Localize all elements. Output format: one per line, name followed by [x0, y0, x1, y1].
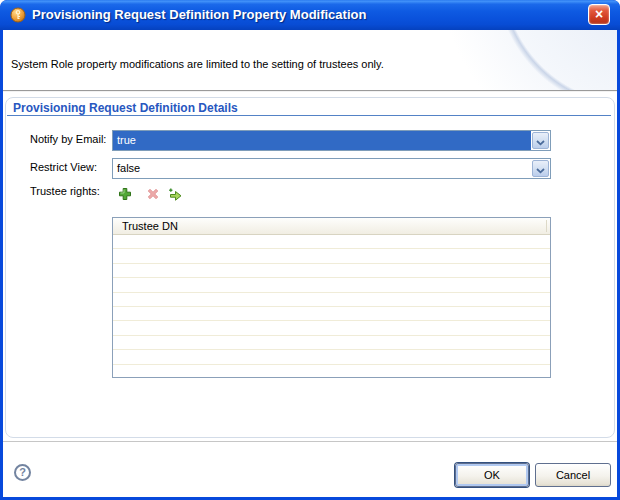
- add-trustee-button[interactable]: [117, 186, 133, 202]
- table-row[interactable]: [113, 293, 550, 307]
- ok-button[interactable]: OK: [455, 463, 529, 487]
- restrict-view-label: Restrict View:: [30, 161, 97, 173]
- table-row[interactable]: [113, 307, 550, 321]
- notify-combo-dropdown-button[interactable]: [532, 132, 549, 149]
- table-row[interactable]: [113, 336, 550, 350]
- table-row[interactable]: [113, 249, 550, 263]
- notify-by-email-label: Notify by Email:: [30, 133, 106, 145]
- delete-trustee-button[interactable]: [145, 186, 161, 202]
- close-icon: ×: [595, 6, 603, 22]
- table-row[interactable]: [113, 264, 550, 278]
- message-banner: System Role property modifications are l…: [3, 30, 617, 90]
- trustee-rights-label: Trustee rights:: [30, 185, 100, 197]
- plus-icon: [117, 188, 133, 205]
- restrict-view-value: false: [113, 159, 531, 178]
- trustee-table-body: [113, 235, 550, 378]
- banner-message: System Role property modifications are l…: [11, 58, 384, 70]
- chevron-down-icon: [536, 132, 545, 150]
- dialog-window: Provisioning Request Definition Property…: [0, 0, 620, 500]
- question-mark-icon: ?: [19, 466, 26, 478]
- window-title: Provisioning Request Definition Property…: [32, 7, 366, 22]
- notify-by-email-combobox[interactable]: true: [112, 130, 551, 151]
- banner-separator-highlight: [3, 91, 617, 92]
- cancel-button[interactable]: Cancel: [535, 463, 611, 487]
- restrict-view-combobox[interactable]: false: [112, 158, 551, 179]
- green-arrow-plus-icon: [167, 188, 183, 205]
- app-key-icon: [10, 7, 26, 23]
- trustee-table: Trustee DN: [112, 217, 551, 378]
- restrict-combo-dropdown-button[interactable]: [532, 160, 549, 177]
- banner-swoosh-decoration: [437, 30, 617, 90]
- dialog-content: System Role property modifications are l…: [3, 30, 617, 497]
- footer-separator: [3, 441, 617, 442]
- table-row[interactable]: [113, 365, 550, 378]
- section-underline: [7, 115, 611, 116]
- assign-trustee-button[interactable]: [167, 186, 183, 202]
- trustee-dn-column-header[interactable]: Trustee DN: [113, 218, 550, 235]
- section-title: Provisioning Request Definition Details: [13, 101, 238, 115]
- table-row[interactable]: [113, 350, 550, 364]
- chevron-down-icon: [536, 160, 545, 178]
- table-row[interactable]: [113, 235, 550, 249]
- titlebar[interactable]: Provisioning Request Definition Property…: [0, 0, 620, 30]
- red-x-icon: [145, 188, 161, 205]
- table-row[interactable]: [113, 321, 550, 335]
- notify-by-email-value: true: [113, 131, 531, 150]
- close-button[interactable]: ×: [588, 4, 610, 25]
- help-button[interactable]: ?: [14, 464, 31, 481]
- table-row[interactable]: [113, 278, 550, 292]
